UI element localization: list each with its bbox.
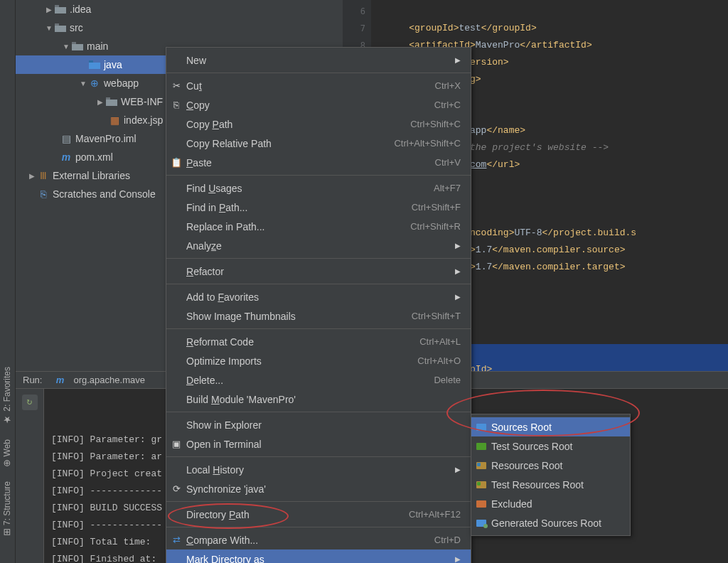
submenu-generated-sources-root[interactable]: Generated Sources Root xyxy=(471,513,630,532)
run-tab[interactable]: m org.apache.mave xyxy=(53,375,144,385)
structure-icon: ⊞ xyxy=(1,528,12,536)
tree-label: .idea xyxy=(70,4,91,15)
expander-icon[interactable]: ▶ xyxy=(95,98,105,106)
maven-icon: m xyxy=(60,151,73,163)
chevron-right-icon: ▶ xyxy=(455,293,461,301)
expander-icon[interactable]: ▼ xyxy=(44,24,54,32)
ctx-show-explorer[interactable]: Show in Explorer xyxy=(166,415,471,434)
libraries-icon: Ⅲ xyxy=(37,170,50,181)
submenu-sources-root[interactable]: Sources Root xyxy=(471,417,630,436)
compare-icon: ⇄ xyxy=(171,535,182,546)
mark-directory-submenu: Sources Root Test Sources Root Resources… xyxy=(471,414,631,536)
submenu-test-resources-root[interactable]: Test Resources Root xyxy=(471,475,630,494)
ctx-show-thumbnails[interactable]: Show Image ThumbnailsCtrl+Shift+T xyxy=(166,306,471,326)
rerun-icon[interactable]: ↻ xyxy=(22,395,38,410)
ctx-copy-relative-path[interactable]: Copy Relative PathCtrl+Alt+Shift+C xyxy=(166,134,471,153)
ctx-local-history[interactable]: Local History▶ xyxy=(166,460,471,479)
scissors-icon: ✂ xyxy=(171,80,182,92)
chevron-right-icon: ▶ xyxy=(455,56,461,64)
excluded-folder-icon xyxy=(476,498,487,510)
ctx-build-module[interactable]: Build Module 'MavenPro' xyxy=(166,390,471,409)
submenu-resources-root[interactable]: Resources Root xyxy=(471,456,630,475)
ctx-directory-path[interactable]: Directory PathCtrl+Alt+F12 xyxy=(166,505,471,524)
sources-folder-icon xyxy=(476,422,487,433)
side-tab-web[interactable]: ⊕Web xyxy=(0,432,14,474)
ctx-find-in-path[interactable]: Find in Path...Ctrl+Shift+F xyxy=(166,198,471,217)
svg-rect-5 xyxy=(72,44,83,50)
console-toolbar: ↻ xyxy=(16,389,44,563)
folder-icon xyxy=(71,42,84,50)
star-icon: ★ xyxy=(1,414,12,425)
tree-label: Scratches and Console xyxy=(53,188,156,200)
chevron-right-icon: ▶ xyxy=(455,267,461,275)
side-tab-structure[interactable]: ⊞7: Structure xyxy=(0,474,14,543)
tree-item-idea[interactable]: ▶ .idea xyxy=(16,0,343,18)
side-tab-favorites[interactable]: ★2: Favorites xyxy=(0,360,14,432)
ctx-optimize-imports[interactable]: Optimize ImportsCtrl+Alt+O xyxy=(166,351,471,370)
chevron-right-icon: ▶ xyxy=(455,466,461,473)
jsp-icon: ▦ xyxy=(108,114,121,126)
svg-rect-7 xyxy=(89,63,100,69)
expander-icon[interactable]: ▼ xyxy=(78,80,88,87)
tree-label: MavenPro.iml xyxy=(75,133,136,144)
sync-icon: ⟳ xyxy=(171,483,182,495)
ctx-mark-directory-as[interactable]: Mark Directory as▶ xyxy=(166,549,471,563)
tree-label: index.jsp xyxy=(124,114,163,126)
tree-label: java xyxy=(104,59,122,70)
test-sources-folder-icon xyxy=(476,441,487,452)
scratches-icon: ⎘ xyxy=(37,188,50,200)
folder-icon xyxy=(105,97,118,106)
terminal-icon: ▣ xyxy=(171,439,182,450)
tree-label: src xyxy=(70,22,83,33)
ctx-cut[interactable]: ✂CutCtrl+X xyxy=(166,76,471,95)
ctx-analyze[interactable]: Analyze▶ xyxy=(166,236,471,255)
tree-label: pom.xml xyxy=(75,151,113,163)
tree-label: webapp xyxy=(104,77,139,89)
context-menu: New▶ ✂CutCtrl+X ⎘CopyCtrl+C Copy PathCtr… xyxy=(166,47,471,563)
submenu-excluded[interactable]: Excluded xyxy=(471,494,630,513)
chevron-right-icon: ▶ xyxy=(455,242,461,250)
ctx-new[interactable]: New▶ xyxy=(166,50,471,70)
generated-sources-folder-icon xyxy=(476,518,487,529)
expander-icon[interactable]: ▶ xyxy=(44,6,54,14)
expander-icon[interactable]: ▼ xyxy=(61,43,71,50)
folder-icon xyxy=(54,23,67,32)
chevron-right-icon: ▶ xyxy=(455,555,461,563)
folder-icon xyxy=(88,60,101,69)
tree-label: External Libraries xyxy=(53,170,130,181)
clipboard-icon: 📋 xyxy=(171,157,182,168)
ctx-reformat[interactable]: Reformat CodeCtrl+Alt+L xyxy=(166,332,471,351)
ctx-copy[interactable]: ⎘CopyCtrl+C xyxy=(166,95,471,114)
ctx-replace-in-path[interactable]: Replace in Path...Ctrl+Shift+R xyxy=(166,217,471,236)
ctx-delete[interactable]: Delete...Delete xyxy=(166,370,471,390)
tree-label: WEB-INF xyxy=(121,96,163,107)
folder-icon xyxy=(54,5,67,14)
globe-icon: ⊕ xyxy=(1,459,12,467)
svg-rect-1 xyxy=(55,7,66,14)
ctx-open-terminal[interactable]: ▣Open in Terminal xyxy=(166,434,471,454)
ctx-paste[interactable]: 📋PasteCtrl+V xyxy=(166,153,471,172)
test-resources-folder-icon xyxy=(476,479,487,490)
ctx-copy-path[interactable]: Copy PathCtrl+Shift+C xyxy=(166,114,471,134)
copy-icon: ⎘ xyxy=(171,100,182,111)
tree-item-src[interactable]: ▼ src xyxy=(16,18,343,37)
ctx-refactor[interactable]: Refactor▶ xyxy=(166,262,471,281)
module-icon: ▤ xyxy=(60,133,73,144)
ctx-compare-with[interactable]: ⇄Compare With...Ctrl+D xyxy=(166,530,471,549)
submenu-test-sources-root[interactable]: Test Sources Root xyxy=(471,436,630,456)
svg-rect-3 xyxy=(55,26,66,32)
web-folder-icon: ⊕ xyxy=(88,77,101,89)
ctx-add-favorites[interactable]: Add to Favorites▶ xyxy=(166,287,471,306)
expander-icon[interactable]: ▶ xyxy=(27,172,37,180)
maven-icon: m xyxy=(53,375,66,385)
tree-label: main xyxy=(87,41,108,52)
ctx-find-usages[interactable]: Find UsagesAlt+F7 xyxy=(166,178,471,198)
run-label: Run: xyxy=(23,375,42,385)
left-toolbar: ★2: Favorites ⊕Web ⊞7: Structure xyxy=(0,0,16,563)
ctx-synchronize[interactable]: ⟳Synchronize 'java' xyxy=(166,479,471,498)
resources-folder-icon xyxy=(476,460,487,471)
svg-rect-9 xyxy=(106,100,117,106)
